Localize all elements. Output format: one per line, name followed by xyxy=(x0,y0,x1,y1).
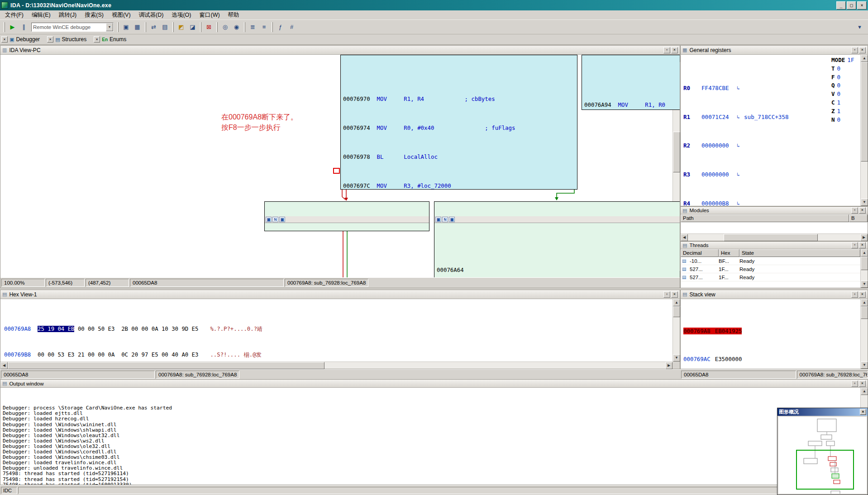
stack-row[interactable]: 000769A8EB041925 xyxy=(683,328,860,335)
scroll-up-icon[interactable]: ▲ xyxy=(861,388,868,395)
node-color-icon[interactable]: ▣ xyxy=(279,217,285,222)
panel-titlebar[interactable]: ▦ General registers ▫ × xyxy=(681,46,868,55)
asm-line[interactable]: 00076A94MOV R1, R0 xyxy=(582,101,680,109)
column-header-hex[interactable]: Hex xyxy=(719,249,739,257)
node-window-icon[interactable]: ▣ xyxy=(435,217,441,222)
close-button[interactable]: × xyxy=(859,207,866,214)
pause-icon[interactable]: ∥ xyxy=(18,22,29,33)
scroll-left-icon[interactable]: ◀ xyxy=(681,234,688,241)
node-name-icon[interactable]: N xyxy=(272,217,278,222)
toolbar-grip[interactable] xyxy=(200,22,201,32)
flag-row[interactable]: Z1 xyxy=(831,108,863,116)
idc-input[interactable] xyxy=(18,487,867,494)
hex-row[interactable]: 000769B800 00 53 E3 21 00 00 0A 0C 20 97… xyxy=(4,351,672,358)
window-cascade-icon[interactable]: ▣ xyxy=(120,22,132,33)
register-row[interactable]: R1 00071C24 ↳ sub_718CC+358 xyxy=(683,113,827,121)
scrollbar[interactable]: ▲ ▼ xyxy=(672,299,680,362)
close-button[interactable]: × xyxy=(859,381,866,387)
scroll-up-icon[interactable]: ▲ xyxy=(861,55,868,62)
scroll-thumb[interactable] xyxy=(861,257,868,270)
tab-debugger[interactable]: × ▣ Debugger xyxy=(1,36,43,43)
thread-row[interactable]: ▤ 527... 1F... Ready xyxy=(681,265,860,273)
toolbar-overflow-icon[interactable]: ▾ xyxy=(854,22,865,33)
scrollbar[interactable]: ▲ ▼ xyxy=(860,249,868,288)
float-button[interactable]: ▫ xyxy=(851,47,858,53)
minimize-button[interactable]: _ xyxy=(836,1,846,10)
scroll-thumb[interactable] xyxy=(861,306,868,319)
column-header-state[interactable]: State xyxy=(739,249,860,257)
panel-titlebar[interactable]: ▤ Hex View-1 ▫ × xyxy=(0,290,680,299)
scroll-thumb[interactable] xyxy=(8,362,324,369)
node-color-icon[interactable]: ▣ xyxy=(449,217,455,222)
scrollbar[interactable]: ◀ ▶ xyxy=(0,362,672,369)
register-row[interactable]: R4 000000B8 ↳ xyxy=(683,199,827,206)
stack-row[interactable]: 000769ACE3500000 xyxy=(683,356,860,363)
maximize-button[interactable]: □ xyxy=(847,1,856,10)
flag-row[interactable]: V0 xyxy=(831,90,863,99)
scrollbar[interactable]: ◀ ▶ xyxy=(681,233,868,241)
toolbar-grip[interactable] xyxy=(4,22,5,32)
panel-titlebar[interactable]: ▥ IDA View-PC ▫ × xyxy=(0,46,680,55)
function-icon[interactable]: ƒ xyxy=(275,22,286,33)
scroll-left-icon[interactable]: ◀ xyxy=(0,362,8,369)
menu-item[interactable]: 视图(V) xyxy=(108,10,135,20)
flag-row[interactable]: Q0 xyxy=(831,82,863,90)
scroll-right-icon[interactable]: ▶ xyxy=(665,362,672,369)
switch-view-icon[interactable]: ⇄ xyxy=(148,22,159,33)
tab-label[interactable]: Debugger xyxy=(16,36,43,43)
window-titlebar[interactable]: 图形概况 × xyxy=(777,408,868,416)
node-name-icon[interactable]: N xyxy=(442,217,448,222)
run-icon[interactable]: ▶ xyxy=(7,22,18,33)
menu-item[interactable]: 调试器(D) xyxy=(135,10,168,20)
panel-titlebar[interactable]: ▤ Threads ▫ × xyxy=(681,242,868,249)
close-button[interactable]: × xyxy=(671,47,678,53)
basic-block-left[interactable]: ▣ N ▣ 000769B4LDR R3, [SP,#0x34+BytesRet… xyxy=(264,201,429,231)
toolbar-grip[interactable] xyxy=(172,22,174,32)
menu-item[interactable]: 选项(O) xyxy=(167,10,195,20)
asm-line[interactable]: 00076970MOV R1, R4 ; cbBytes xyxy=(341,95,577,103)
graph-minimap[interactable] xyxy=(778,417,867,494)
scroll-right-icon[interactable]: ▶ xyxy=(860,234,868,241)
float-button[interactable]: ▫ xyxy=(663,47,670,53)
float-button[interactable]: ▫ xyxy=(851,291,858,298)
node-window-icon[interactable]: ▣ xyxy=(266,217,272,222)
tab-label[interactable]: Structures xyxy=(62,36,90,43)
close-icon[interactable]: × xyxy=(94,36,100,43)
scroll-down-icon[interactable]: ▼ xyxy=(861,281,868,288)
debugger-select[interactable]: Remote WinCE debugge ▼ xyxy=(31,23,114,32)
window-tile-icon[interactable]: ▦ xyxy=(132,22,143,33)
close-button[interactable]: × xyxy=(671,291,678,298)
toolbar-grip[interactable] xyxy=(145,22,146,32)
panel-titlebar[interactable]: ▤ Modules ▫ × xyxy=(681,207,868,214)
notes-icon[interactable]: ▤ xyxy=(159,22,171,33)
tab-structures[interactable]: × ▤ Structures xyxy=(47,36,89,43)
close-button[interactable]: × xyxy=(859,47,866,53)
menu-item[interactable]: 帮助 xyxy=(224,10,243,20)
list-icon[interactable]: ≣ xyxy=(247,22,258,33)
scrollbar[interactable]: ▲ ▼ xyxy=(860,299,868,369)
breakpoint-circle-icon[interactable]: ◎ xyxy=(219,22,231,33)
float-button[interactable]: ▫ xyxy=(851,242,858,248)
flag-row[interactable]: T0 xyxy=(831,65,863,74)
thread-row[interactable]: ▤ -10... BF... Ready xyxy=(681,257,860,265)
graph-overview-window[interactable]: 图形概况 × xyxy=(777,408,868,495)
scroll-thumb[interactable] xyxy=(673,132,680,172)
panel-titlebar[interactable]: ▤ Stack view ▫ × xyxy=(681,290,868,299)
list2-icon[interactable]: ≡ xyxy=(258,22,270,33)
scroll-thumb[interactable] xyxy=(724,234,818,241)
basic-block-topright[interactable]: 00076A94MOV R1, R0 00076A98LDR R0, =aCre… xyxy=(582,55,680,110)
close-icon[interactable]: × xyxy=(860,409,866,415)
scrollbar[interactable]: ▲ ▼ xyxy=(860,55,868,206)
asm-line[interactable]: 0007697CMOV R3, #loc_72000 xyxy=(341,182,577,190)
scroll-thumb[interactable] xyxy=(673,306,680,317)
register-row[interactable]: R3 00000000 ↳ xyxy=(683,170,827,179)
tab-label[interactable]: Enums xyxy=(110,36,129,43)
chevron-down-icon[interactable]: ▼ xyxy=(106,23,113,31)
scroll-up-icon[interactable]: ▲ xyxy=(861,299,868,306)
float-button[interactable]: ▫ xyxy=(851,207,858,214)
register-row[interactable]: R2 00000000 ↳ xyxy=(683,142,827,150)
menu-item[interactable]: 搜索(S) xyxy=(81,10,108,20)
asm-line[interactable]: 00076978BL LocalAlloc xyxy=(341,153,577,161)
column-header-base[interactable]: B xyxy=(849,214,868,222)
graph-canvas[interactable]: 在000769A8断下来了。 按F8一步一步执行 00076970MOV R1,… xyxy=(0,55,680,277)
